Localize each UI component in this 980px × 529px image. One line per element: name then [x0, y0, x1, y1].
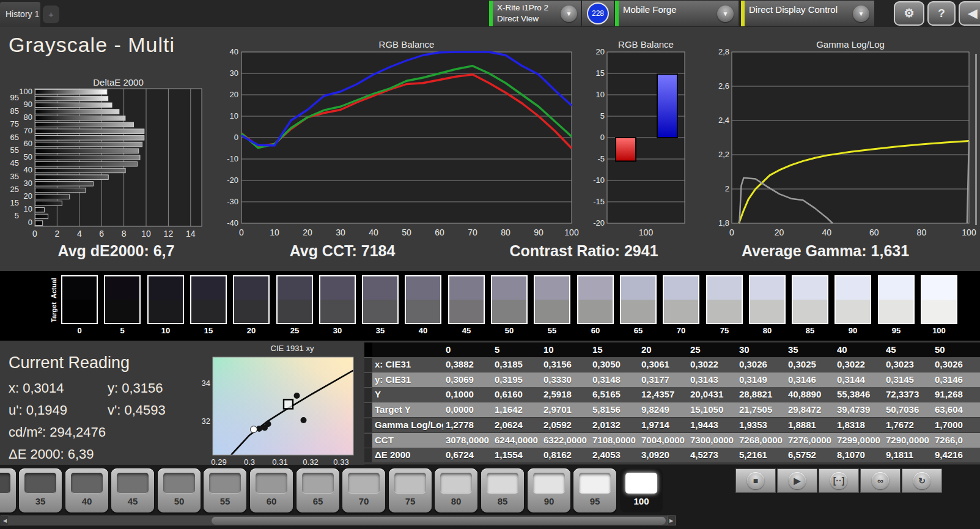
gamma-loglog-chart: Gamma Log/Log1,822,22,42,62,802040608010… [704, 37, 980, 242]
table-cell: 7266,0 [935, 433, 980, 448]
level-label: 70 [342, 496, 385, 506]
refresh-button[interactable]: ↻ [902, 468, 942, 493]
table-row-gutter[interactable] [364, 433, 372, 448]
table-cell: 7290,0000 [886, 433, 934, 448]
level-button-45[interactable]: 45 [111, 468, 154, 512]
ramp-actual-color [234, 276, 268, 300]
table-col-header: 40 [837, 342, 885, 357]
table-row-gutter[interactable] [364, 357, 372, 372]
table-corner-cell [364, 342, 372, 357]
level-label: 40 [65, 496, 108, 506]
level-button-30[interactable]: 30 [0, 468, 16, 512]
ramp-actual-color [836, 276, 870, 300]
level-button-70[interactable]: 70 [342, 468, 385, 512]
level-button-85[interactable]: 85 [481, 468, 524, 512]
scroll-right-arrow-icon[interactable]: ▶ [667, 516, 676, 525]
table-row-gutter[interactable] [364, 448, 372, 462]
tick-label: 60 [435, 228, 444, 237]
ramp-target-color [879, 300, 913, 323]
level-button-90[interactable]: 90 [528, 468, 570, 512]
ramp-swatch-0 [61, 275, 98, 324]
level-button-50[interactable]: 50 [158, 468, 201, 512]
help-button[interactable]: ? [927, 1, 956, 26]
table-cell: 0,3148 [592, 372, 640, 387]
level-button-55[interactable]: 55 [204, 468, 246, 512]
ramp-swatch-label: 35 [359, 326, 402, 335]
table-row-gutter[interactable] [364, 372, 372, 387]
tick-label: 0 [729, 228, 734, 237]
marker-button[interactable]: [··] [819, 468, 859, 493]
table-col-header: 10 [543, 342, 591, 357]
bottom-hscroll-thumb[interactable] [212, 517, 666, 525]
stop-button[interactable]: ■ [735, 468, 776, 493]
meter-dropdown[interactable]: X-Rite i1Pro 2 Direct View ▼ [489, 1, 581, 26]
chevron-down-icon[interactable]: ▼ [717, 6, 734, 22]
level-button-75[interactable]: 75 [389, 468, 432, 512]
table-row-gutter[interactable] [364, 387, 372, 402]
table-col-header: 30 [739, 342, 787, 357]
meter-name: X-Rite i1Pro 2 [497, 3, 548, 12]
current-point [251, 426, 257, 433]
ramp-swatch-95 [878, 275, 915, 324]
collapse-panel-button[interactable]: ◀ [959, 1, 980, 26]
scroll-left-arrow-icon[interactable]: ◀ [1, 516, 9, 525]
tick-label: 0,34 [202, 379, 210, 388]
table-row-gutter[interactable] [364, 418, 372, 432]
tick-label: 60 [869, 228, 879, 237]
settings-button[interactable]: ⚙ [894, 1, 924, 26]
table-row-gutter[interactable] [364, 402, 372, 417]
deltae-bar [35, 207, 45, 212]
tick-label: 20 [303, 228, 312, 237]
chevron-down-icon[interactable]: ▼ [853, 6, 869, 22]
grayscale-ramp: Actual Target 05101520253035404550556065… [0, 271, 980, 341]
table-cell: 0,3023 [886, 357, 934, 372]
table-cell: 6,5752 [788, 448, 836, 462]
play-button[interactable]: ▶ [777, 468, 817, 493]
deltae-bar [35, 201, 62, 206]
rgb-balance-bar-chart: RGB Balance-20-15-10-505101520100 [584, 37, 703, 242]
tick-label: -20 [593, 218, 605, 228]
history-tab[interactable]: History 1 [0, 2, 40, 27]
tick-label: 20 [230, 90, 238, 99]
ramp-swatch-label: 25 [273, 326, 316, 335]
level-button-100[interactable]: 100 [620, 468, 663, 512]
source-dropdown[interactable]: Mobile Forge ▼ [615, 1, 739, 26]
meter-mode: Direct View [497, 14, 539, 23]
ramp-swatch-45 [448, 275, 485, 324]
chevron-down-icon[interactable]: ▼ [561, 6, 577, 22]
level-swatch [209, 473, 241, 494]
ramp-actual-color [492, 276, 526, 300]
reading-v: v': 0,4593 [108, 402, 166, 418]
level-label: 65 [297, 496, 339, 506]
level-button-95[interactable]: 95 [573, 468, 616, 512]
deltae-bar [35, 188, 86, 193]
play-icon: ▶ [789, 472, 806, 489]
tick-label: 20 [775, 228, 784, 237]
ramp-actual-label: Actual [50, 276, 60, 300]
ramp-actual-color [320, 276, 355, 300]
level-button-40[interactable]: 40 [65, 468, 108, 512]
level-label: 95 [573, 496, 616, 506]
level-button-60[interactable]: 60 [250, 468, 293, 512]
ramp-actual-color [363, 276, 397, 300]
tick-label: 0 [28, 218, 32, 227]
bottom-hscrollbar[interactable]: ◀▶ [0, 515, 676, 526]
tick-label: 25 [10, 185, 19, 194]
average-gamma-stat: Average Gamma: 1,631 [724, 242, 926, 260]
rgb-line-svg: RGB Balance-40-30-20-1001020304001020304… [217, 37, 602, 242]
level-button-35[interactable]: 35 [19, 468, 62, 512]
table-cell: 7300,0000 [690, 433, 738, 448]
target-point [284, 399, 293, 409]
display-control-dropdown[interactable]: Direct Display Control ▼ [741, 1, 874, 26]
ramp-actual-color [191, 276, 226, 300]
ramp-swatch-65 [620, 275, 657, 324]
ramp-swatch-label: 50 [488, 326, 531, 335]
table-cell: 0,3195 [495, 372, 542, 387]
continuous-button[interactable]: ∞ [860, 468, 901, 493]
level-button-80[interactable]: 80 [435, 468, 477, 512]
ramp-target-color [320, 300, 355, 323]
add-tab-button[interactable]: + [43, 6, 59, 23]
level-button-65[interactable]: 65 [297, 468, 339, 512]
ramp-swatch-label: 20 [230, 326, 273, 335]
ramp-target-color [707, 300, 742, 323]
